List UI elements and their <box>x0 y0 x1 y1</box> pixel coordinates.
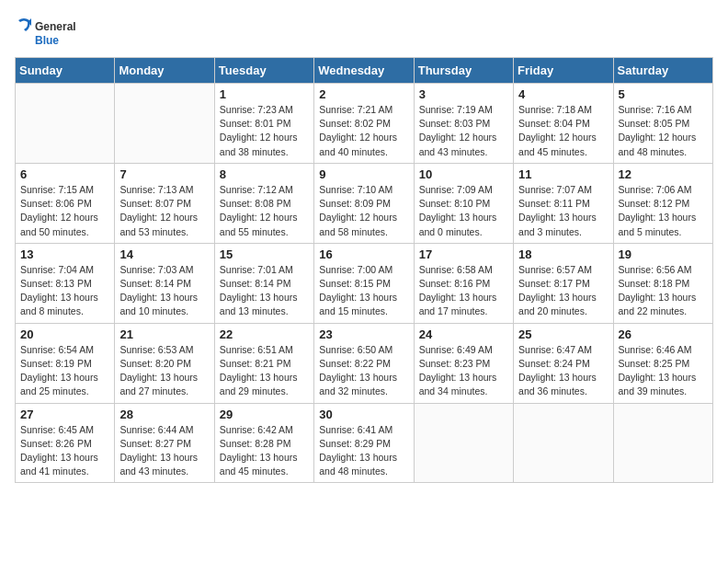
day-info-line: Daylight: 12 hours and 45 minutes. <box>518 132 597 156</box>
day-info: Sunrise: 7:07 AMSunset: 8:11 PMDaylight:… <box>518 183 608 239</box>
day-info-line: Sunrise: 7:00 AM <box>319 264 392 275</box>
calendar-cell: 29Sunrise: 6:42 AMSunset: 8:28 PMDayligh… <box>214 403 313 483</box>
day-number: 1 <box>220 87 309 101</box>
day-number: 27 <box>20 408 109 421</box>
day-info-line: Sunset: 8:28 PM <box>220 438 291 449</box>
day-info-line: Sunrise: 6:49 AM <box>419 344 493 355</box>
day-info-line: Sunrise: 7:15 AM <box>20 184 94 195</box>
day-info: Sunrise: 7:01 AMSunset: 8:14 PMDaylight:… <box>220 263 309 319</box>
day-info: Sunrise: 7:06 AMSunset: 8:12 PMDaylight:… <box>619 183 708 239</box>
day-number: 17 <box>419 247 508 261</box>
day-number: 9 <box>319 167 408 181</box>
day-info-line: Daylight: 13 hours and 3 minutes. <box>518 212 597 236</box>
day-number: 2 <box>319 87 408 101</box>
day-number: 14 <box>119 247 209 261</box>
day-info: Sunrise: 7:21 AMSunset: 8:02 PMDaylight:… <box>319 103 408 159</box>
day-info-line: Daylight: 13 hours and 36 minutes. <box>518 372 597 396</box>
day-info: Sunrise: 7:00 AMSunset: 8:15 PMDaylight:… <box>319 263 408 319</box>
day-info-line: Sunrise: 6:42 AM <box>220 424 293 435</box>
day-info-line: Sunset: 8:17 PM <box>518 278 590 289</box>
day-info: Sunrise: 6:41 AMSunset: 8:29 PMDaylight:… <box>319 423 408 479</box>
day-info-line: Sunset: 8:03 PM <box>419 118 491 129</box>
day-info: Sunrise: 7:18 AMSunset: 8:04 PMDaylight:… <box>518 103 608 159</box>
day-number: 5 <box>619 87 708 101</box>
day-info-line: Daylight: 13 hours and 20 minutes. <box>518 292 597 316</box>
calendar-cell: 17Sunrise: 6:58 AMSunset: 8:16 PMDayligh… <box>414 243 513 323</box>
day-info-line: Sunrise: 6:46 AM <box>619 344 692 355</box>
day-info-line: Sunset: 8:10 PM <box>419 198 491 209</box>
day-number: 8 <box>220 167 309 181</box>
calendar-cell: 4Sunrise: 7:18 AMSunset: 8:04 PMDaylight… <box>514 84 613 164</box>
day-info-line: Sunset: 8:26 PM <box>20 438 92 449</box>
day-info-line: Daylight: 13 hours and 48 minutes. <box>319 452 397 477</box>
day-info-line: Sunrise: 6:51 AM <box>220 344 293 355</box>
day-info-line: Daylight: 13 hours and 27 minutes. <box>119 372 198 396</box>
day-info-line: Sunrise: 7:03 AM <box>119 264 193 275</box>
day-info: Sunrise: 7:03 AMSunset: 8:14 PMDaylight:… <box>119 263 209 319</box>
day-info-line: Daylight: 13 hours and 22 minutes. <box>619 292 697 316</box>
day-info-line: Daylight: 13 hours and 43 minutes. <box>119 452 198 477</box>
week-row-2: 6Sunrise: 7:15 AMSunset: 8:06 PMDaylight… <box>16 163 713 243</box>
calendar-cell: 1Sunrise: 7:23 AMSunset: 8:01 PMDaylight… <box>214 84 313 164</box>
day-info-line: Sunrise: 7:04 AM <box>20 264 94 275</box>
day-info: Sunrise: 7:23 AMSunset: 8:01 PMDaylight:… <box>220 103 309 159</box>
calendar-cell: 8Sunrise: 7:12 AMSunset: 8:08 PMDaylight… <box>214 163 313 243</box>
weekday-header-saturday: Saturday <box>613 58 712 84</box>
day-info-line: Daylight: 13 hours and 29 minutes. <box>220 372 298 396</box>
day-info: Sunrise: 6:47 AMSunset: 8:24 PMDaylight:… <box>518 343 608 399</box>
day-info: Sunrise: 6:56 AMSunset: 8:18 PMDaylight:… <box>619 263 708 319</box>
calendar-cell: 21Sunrise: 6:53 AMSunset: 8:20 PMDayligh… <box>115 323 214 403</box>
svg-text:Blue: Blue <box>35 34 59 47</box>
day-info-line: Sunset: 8:05 PM <box>619 118 690 129</box>
day-info-line: Daylight: 12 hours and 58 minutes. <box>319 212 397 236</box>
calendar-cell: 15Sunrise: 7:01 AMSunset: 8:14 PMDayligh… <box>214 243 313 323</box>
calendar-cell <box>514 403 613 483</box>
day-info-line: Daylight: 12 hours and 40 minutes. <box>319 132 397 156</box>
day-info-line: Daylight: 13 hours and 0 minutes. <box>419 212 497 236</box>
day-info: Sunrise: 7:12 AMSunset: 8:08 PMDaylight:… <box>220 183 309 239</box>
day-info-line: Daylight: 13 hours and 13 minutes. <box>220 292 298 316</box>
day-number: 16 <box>319 247 408 261</box>
calendar-cell: 10Sunrise: 7:09 AMSunset: 8:10 PMDayligh… <box>414 163 513 243</box>
day-number: 22 <box>220 327 309 341</box>
weekday-header-row: SundayMondayTuesdayWednesdayThursdayFrid… <box>16 58 713 84</box>
calendar-cell: 3Sunrise: 7:19 AMSunset: 8:03 PMDaylight… <box>414 84 513 164</box>
day-info-line: Sunrise: 7:16 AM <box>619 104 692 115</box>
calendar-cell: 24Sunrise: 6:49 AMSunset: 8:23 PMDayligh… <box>414 323 513 403</box>
day-info: Sunrise: 6:42 AMSunset: 8:28 PMDaylight:… <box>220 423 309 479</box>
day-info-line: Daylight: 12 hours and 53 minutes. <box>119 212 198 236</box>
day-info-line: Sunrise: 7:10 AM <box>319 184 392 195</box>
day-info-line: Sunrise: 7:23 AM <box>220 104 293 115</box>
calendar-cell: 7Sunrise: 7:13 AMSunset: 8:07 PMDaylight… <box>115 163 214 243</box>
calendar-cell <box>414 403 513 483</box>
day-info: Sunrise: 7:19 AMSunset: 8:03 PMDaylight:… <box>419 103 508 159</box>
day-info-line: Daylight: 13 hours and 8 minutes. <box>20 292 98 316</box>
day-info-line: Daylight: 12 hours and 38 minutes. <box>220 132 298 156</box>
day-info-line: Sunrise: 6:58 AM <box>419 264 493 275</box>
day-info-line: Daylight: 13 hours and 15 minutes. <box>319 292 397 316</box>
day-info-line: Daylight: 13 hours and 17 minutes. <box>419 292 497 316</box>
day-info-line: Sunset: 8:09 PM <box>319 198 391 209</box>
day-info: Sunrise: 7:16 AMSunset: 8:05 PMDaylight:… <box>619 103 708 159</box>
day-number: 6 <box>20 167 109 181</box>
day-info-line: Sunset: 8:19 PM <box>20 358 92 369</box>
day-info: Sunrise: 6:44 AMSunset: 8:27 PMDaylight:… <box>119 423 209 479</box>
day-info-line: Sunrise: 7:09 AM <box>419 184 493 195</box>
day-info-line: Sunset: 8:11 PM <box>518 198 590 209</box>
day-number: 25 <box>518 327 608 341</box>
calendar-cell: 27Sunrise: 6:45 AMSunset: 8:26 PMDayligh… <box>16 403 115 483</box>
day-number: 10 <box>419 167 508 181</box>
day-info-line: Sunrise: 6:56 AM <box>619 264 692 275</box>
day-info: Sunrise: 6:51 AMSunset: 8:21 PMDaylight:… <box>220 343 309 399</box>
day-info: Sunrise: 6:57 AMSunset: 8:17 PMDaylight:… <box>518 263 608 319</box>
day-number: 18 <box>518 247 608 261</box>
calendar-cell: 12Sunrise: 7:06 AMSunset: 8:12 PMDayligh… <box>613 163 712 243</box>
day-info-line: Sunset: 8:13 PM <box>20 278 92 289</box>
day-info-line: Sunset: 8:16 PM <box>419 278 491 289</box>
week-row-3: 13Sunrise: 7:04 AMSunset: 8:13 PMDayligh… <box>16 243 713 323</box>
day-info-line: Sunset: 8:06 PM <box>20 198 92 209</box>
calendar-cell <box>16 84 115 164</box>
day-info-line: Sunset: 8:27 PM <box>119 438 191 449</box>
day-number: 28 <box>119 408 209 421</box>
calendar-cell: 5Sunrise: 7:16 AMSunset: 8:05 PMDaylight… <box>613 84 712 164</box>
